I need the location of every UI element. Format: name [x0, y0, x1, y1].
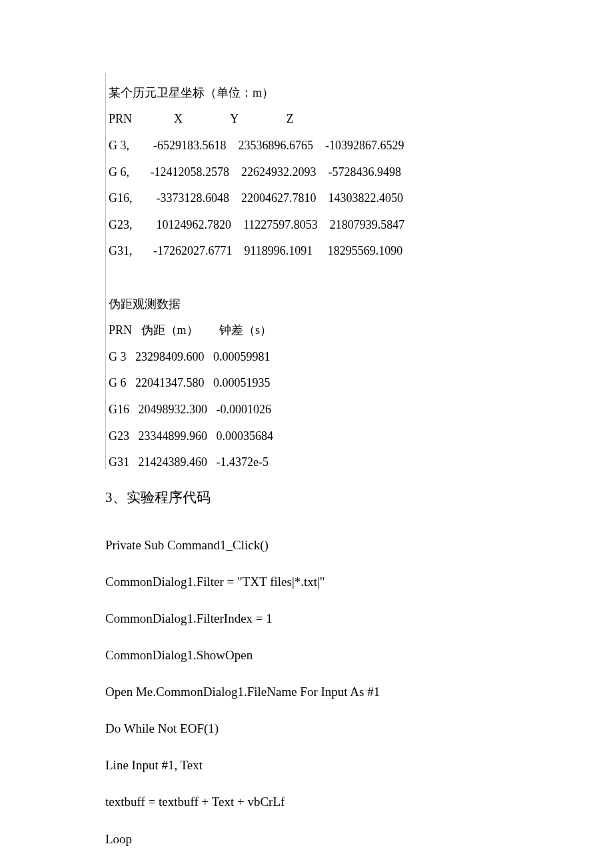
table-row: G 6, -12412058.2578 22624932.2093 -57284… [109, 166, 508, 179]
table-row: G23, 10124962.7820 11227597.8053 2180793… [109, 219, 508, 232]
code-line: Open Me.CommonDialog1.FileName For Input… [105, 683, 508, 701]
code-line: Line Input #1, Text [105, 756, 508, 775]
satellite-coords-block: 某个历元卫星坐标（单位：m） PRN X Y Z G 3, -6529183.5… [105, 73, 508, 469]
code-block: Private Sub Command1_Click() CommonDialo… [105, 517, 508, 868]
table2-header: PRN 伪距（m） 钟差（s） [109, 324, 508, 337]
document-page: 某个历元卫星坐标（单位：m） PRN X Y Z G 3, -6529183.5… [0, 0, 613, 868]
table-row: G 6 22041347.580 0.00051935 [109, 377, 508, 390]
code-line: CommonDialog1.Filter = "TXT files|*.txt|… [105, 573, 508, 591]
table-row: G31 21424389.460 -1.4372e-5 [109, 456, 508, 469]
code-line: Private Sub Command1_Click() [105, 536, 508, 555]
code-line: CommonDialog1.FilterIndex = 1 [105, 609, 508, 628]
table-row: G31, -17262027.6771 9118996.1091 1829556… [109, 245, 508, 258]
table-row: G16, -3373128.6048 22004627.7810 1430382… [109, 192, 508, 205]
table1-title: 某个历元卫星坐标（单位：m） [109, 87, 508, 100]
table-row: G 3, -6529183.5618 23536896.6765 -103928… [109, 139, 508, 153]
table1-header: PRN X Y Z [109, 113, 508, 126]
table-row: G 3 23298409.600 0.00059981 [109, 351, 508, 364]
code-line: Do While Not EOF(1) [105, 719, 508, 738]
code-line: CommonDialog1.ShowOpen [105, 646, 508, 665]
table-row: G16 20498932.300 -0.0001026 [109, 403, 508, 417]
code-line: Loop [105, 830, 508, 849]
section-heading: 3、实验程序代码 [105, 488, 508, 507]
table-row: G23 23344899.960 0.00035684 [109, 430, 508, 443]
code-line: textbuff = textbuff + Text + vbCrLf [105, 793, 508, 811]
table2-title: 伪距观测数据 [109, 298, 508, 311]
